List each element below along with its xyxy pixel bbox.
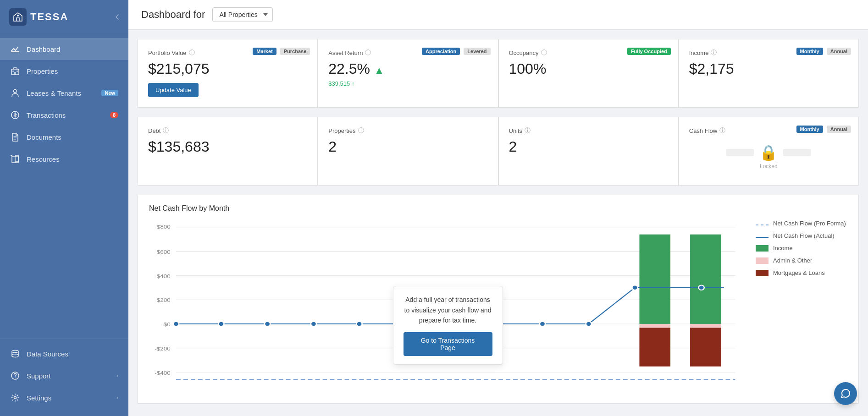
data-point: [540, 322, 545, 327]
annual-badge[interactable]: Annual: [827, 48, 851, 55]
logo-icon: [9, 8, 27, 26]
sidebar-item-leases[interactable]: Leases & Tenants New: [0, 82, 128, 104]
card-value: 2: [328, 138, 487, 155]
info-icon[interactable]: ⓘ: [525, 126, 531, 135]
monthly-badge[interactable]: Monthly: [796, 126, 823, 133]
property-dropdown[interactable]: All Properties Property 1 Property 2: [212, 7, 273, 22]
units-card: Units ⓘ 2: [498, 117, 679, 186]
svg-text:$200: $200: [157, 297, 171, 303]
sidebar: TESSA Dashboard: [0, 0, 128, 416]
go-to-transactions-button[interactable]: Go to Transactions Page: [404, 332, 492, 356]
appreciation-badge[interactable]: Appreciation: [422, 48, 460, 55]
debt-card: Debt ⓘ $135,683: [138, 117, 318, 186]
info-icon[interactable]: ⓘ: [541, 49, 547, 57]
info-icon[interactable]: ⓘ: [358, 126, 364, 135]
sidebar-collapse-button[interactable]: [112, 11, 123, 22]
sidebar-item-support[interactable]: Support ›: [0, 365, 128, 387]
sidebar-item-label: Properties: [27, 67, 118, 75]
fully-occupied-badge[interactable]: Fully Occupied: [627, 48, 671, 55]
chart-section: Net Cash Flow by Month $800 $600 $400 $2…: [138, 195, 859, 404]
sidebar-bottom: Data Sources Support › Settings: [0, 339, 128, 416]
chevron-right-icon: ›: [116, 372, 118, 379]
sidebar-item-label: Data Sources: [27, 350, 118, 358]
levered-badge[interactable]: Levered: [464, 48, 490, 55]
info-icon[interactable]: ⓘ: [189, 49, 195, 57]
sidebar-logo: TESSA: [0, 0, 128, 34]
svg-rect-1: [11, 51, 19, 52]
sidebar-item-label: Settings: [27, 394, 116, 402]
card-badges: Fully Occupied: [625, 48, 671, 55]
legend-item-income: Income: [756, 245, 847, 252]
data-point: [265, 322, 270, 327]
card-badges: Monthly Annual: [795, 48, 851, 55]
chat-button[interactable]: [834, 382, 857, 405]
info-icon[interactable]: ⓘ: [163, 126, 169, 135]
help-icon: [10, 371, 20, 381]
card-value: 22.5% ▲: [328, 60, 487, 77]
svg-text:$800: $800: [157, 224, 171, 230]
sidebar-item-dashboard[interactable]: Dashboard: [0, 38, 128, 60]
svg-text:-$400: -$400: [155, 370, 171, 376]
doc-icon: [10, 132, 20, 142]
svg-rect-3: [14, 72, 16, 75]
sidebar-item-properties[interactable]: Properties: [0, 60, 128, 82]
legend-item-mortgages: Mortgages & Loans: [756, 269, 847, 276]
svg-point-11: [14, 397, 17, 399]
legend-item-pro-forma: Net Cash Flow (Pro Forma): [756, 220, 847, 227]
chart-tooltip: Add a full year of transactions to visua…: [393, 286, 503, 364]
sidebar-item-label: Leases & Tenants: [27, 89, 98, 97]
sidebar-item-data-sources[interactable]: Data Sources: [0, 343, 128, 365]
info-icon[interactable]: ⓘ: [711, 49, 717, 57]
svg-point-8: [12, 350, 18, 353]
monthly-badge[interactable]: Monthly: [796, 48, 823, 55]
chart-title: Net Cash Flow by Month: [149, 204, 847, 213]
admin-swatch: [756, 257, 768, 264]
lock-overlay: 🔒 Locked: [689, 138, 848, 175]
svg-rect-5: [17, 71, 18, 72]
dashed-line-swatch: [756, 224, 768, 225]
card-badges: Monthly Annual: [795, 126, 851, 133]
info-icon[interactable]: ⓘ: [719, 126, 725, 135]
chart-area: $800 $600 $400 $200 $0 -$200 -$400: [149, 220, 847, 394]
chart-icon: [10, 44, 20, 54]
building-icon: [10, 66, 20, 76]
update-value-button[interactable]: Update Value: [148, 83, 199, 97]
card-value: $135,683: [148, 138, 307, 155]
sidebar-item-settings[interactable]: Settings ›: [0, 387, 128, 409]
purchase-badge[interactable]: Purchase: [280, 48, 310, 55]
data-point: [218, 322, 224, 327]
sidebar-item-label: Support: [27, 372, 116, 380]
chevron-right-icon: ›: [116, 394, 118, 401]
lock-icon: 🔒: [759, 144, 778, 161]
data-point: [699, 285, 704, 290]
sidebar-item-label: Dashboard: [27, 45, 118, 53]
person-icon: [10, 88, 20, 98]
asset-return-card: Asset Return ⓘ Appreciation Levered 22.5…: [318, 39, 498, 108]
data-point: [311, 322, 316, 327]
income-swatch: [756, 245, 768, 252]
cash-flow-card: Cash Flow ⓘ Monthly Annual 🔒 Locked: [679, 117, 859, 186]
market-badge[interactable]: Market: [253, 48, 276, 55]
income-card: Income ⓘ Monthly Annual $2,175: [679, 39, 859, 108]
sidebar-item-transactions[interactable]: Transactions 8: [0, 104, 128, 126]
income-bar: [690, 235, 721, 324]
svg-point-6: [14, 90, 17, 93]
income-bar: [639, 235, 670, 324]
blurred-value: [783, 149, 811, 156]
portfolio-value-card: Portfolio Value ⓘ Market Purchase $215,0…: [138, 39, 318, 108]
admin-bar: [690, 324, 721, 328]
count-badge: 8: [110, 112, 118, 118]
info-icon[interactable]: ⓘ: [365, 49, 371, 57]
annual-badge[interactable]: Annual: [827, 126, 851, 133]
sidebar-item-documents[interactable]: Documents: [0, 126, 128, 148]
dollar-icon: [10, 110, 20, 120]
data-point: [586, 322, 592, 327]
svg-rect-4: [12, 71, 14, 72]
data-point: [632, 285, 637, 290]
lock-label: Locked: [760, 163, 778, 170]
admin-bar: [639, 324, 670, 328]
page-title: Dashboard for: [141, 9, 205, 21]
svg-text:$600: $600: [157, 249, 171, 255]
sidebar-item-resources[interactable]: Resources: [0, 148, 128, 170]
svg-text:$400: $400: [157, 274, 171, 279]
